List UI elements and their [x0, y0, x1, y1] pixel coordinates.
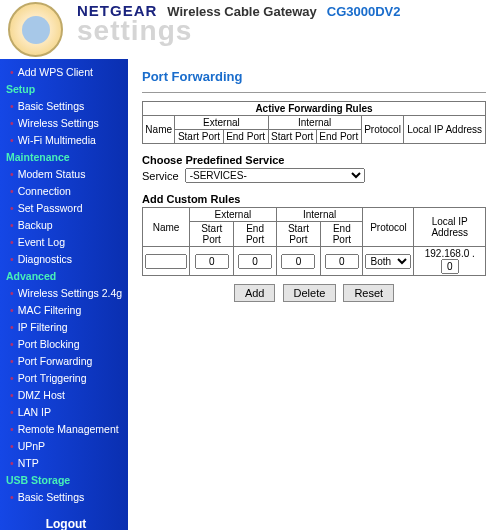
sidebar-item[interactable]: Backup [4, 216, 128, 233]
c-col-protocol: Protocol [363, 208, 414, 247]
c-col-external: External [190, 208, 277, 222]
protocol-select[interactable]: Both [365, 254, 411, 269]
sidebar-item[interactable]: Remote Management [4, 420, 128, 437]
col-internal: Internal [268, 116, 361, 130]
sidebar-section: Maintenance [4, 148, 128, 165]
sidebar-item[interactable]: MAC Filtering [4, 301, 128, 318]
sidebar-item[interactable]: DMZ Host [4, 386, 128, 403]
sidebar-item[interactable]: LAN IP [4, 403, 128, 420]
sidebar-item[interactable]: Basic Settings [4, 97, 128, 114]
custom-rules-table: Name External Internal Protocol Local IP… [142, 207, 486, 276]
brand-logo [8, 2, 63, 57]
content: Port Forwarding Active Forwarding Rules … [128, 59, 500, 530]
int-start-input[interactable] [281, 254, 315, 269]
sidebar-item[interactable]: Connection [4, 182, 128, 199]
ip-last-input[interactable] [441, 259, 459, 274]
col-localip: Local IP Address [404, 116, 486, 144]
ext-start-input[interactable] [195, 254, 229, 269]
sidebar-item[interactable]: Wireless Settings [4, 114, 128, 131]
sidebar-item[interactable]: Wireless Settings 2.4g [4, 284, 128, 301]
ip-prefix [425, 248, 475, 259]
model-name: CG3000DV2 [327, 4, 401, 19]
service-select[interactable]: -SERVICES- [185, 168, 365, 183]
sidebar-item[interactable]: Port Blocking [4, 335, 128, 352]
add-button[interactable]: Add [234, 284, 276, 302]
service-label: Service [142, 170, 179, 182]
reset-button[interactable]: Reset [343, 284, 394, 302]
sidebar-item[interactable]: Modem Status [4, 165, 128, 182]
int-end-input[interactable] [325, 254, 359, 269]
col-external: External [175, 116, 268, 130]
sidebar-item[interactable]: Diagnostics [4, 250, 128, 267]
sidebar-section: USB Storage [4, 471, 128, 488]
col-name: Name [143, 116, 175, 144]
sidebar-section: Setup [4, 80, 128, 97]
c-col-internal: Internal [276, 208, 363, 222]
predef-title: Choose Predefined Service [142, 154, 486, 166]
delete-button[interactable]: Delete [283, 284, 337, 302]
col-int-start: Start Port [268, 130, 316, 144]
sidebar-section: Advanced [4, 267, 128, 284]
active-rules-table: Active Forwarding Rules Name External In… [142, 101, 486, 144]
sidebar-item-add-wps[interactable]: Add WPS Client [4, 63, 128, 80]
sidebar-item[interactable]: Port Forwarding [4, 352, 128, 369]
sidebar-item[interactable]: Set Password [4, 199, 128, 216]
sidebar-item[interactable]: UPnP [4, 437, 128, 454]
settings-heading: settings [77, 15, 401, 47]
active-rules-title: Active Forwarding Rules [143, 102, 486, 116]
col-protocol: Protocol [361, 116, 404, 144]
c-col-ext-start: Start Port [190, 222, 234, 247]
name-input[interactable] [145, 254, 187, 269]
c-col-localip: Local IP Address [414, 208, 486, 247]
sidebar: Add WPS Client SetupBasic SettingsWirele… [0, 59, 128, 530]
sidebar-item[interactable]: Basic Settings [4, 488, 128, 505]
sidebar-item[interactable]: Wi-Fi Multimedia [4, 131, 128, 148]
header: NETGEAR Wireless Cable Gateway CG3000DV2… [0, 0, 500, 59]
c-col-int-start: Start Port [276, 222, 320, 247]
ext-end-input[interactable] [238, 254, 272, 269]
custom-title: Add Custom Rules [142, 193, 486, 205]
col-ext-end: End Port [223, 130, 268, 144]
sidebar-item[interactable]: Event Log [4, 233, 128, 250]
sidebar-item[interactable]: Port Triggering [4, 369, 128, 386]
table-row: Both [143, 247, 486, 276]
c-col-name: Name [143, 208, 190, 247]
col-ext-start: Start Port [175, 130, 223, 144]
sidebar-item[interactable]: IP Filtering [4, 318, 128, 335]
page-title: Port Forwarding [142, 69, 486, 84]
col-int-end: End Port [316, 130, 361, 144]
sidebar-item[interactable]: NTP [4, 454, 128, 471]
logout-link[interactable]: Logout [4, 517, 128, 530]
c-col-ext-end: End Port [234, 222, 276, 247]
c-col-int-end: End Port [321, 222, 363, 247]
